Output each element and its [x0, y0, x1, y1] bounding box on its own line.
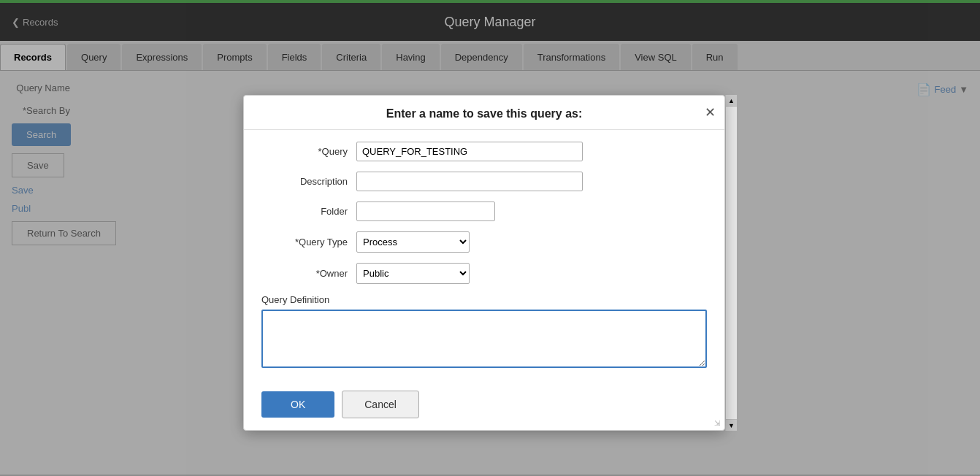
owner-field-row: *Owner Public Private [261, 263, 707, 284]
modal-overlay: Enter a name to save this query as: ✕ *Q… [0, 0, 980, 475]
modal-header: Enter a name to save this query as: ✕ [244, 96, 724, 130]
modal-body: *Query Description Folder *Query Type [244, 130, 724, 382]
scroll-down-button[interactable]: ▼ [726, 419, 737, 431]
ok-button[interactable]: OK [261, 391, 334, 418]
modal-dialog: Enter a name to save this query as: ✕ *Q… [243, 95, 725, 431]
cancel-button[interactable]: Cancel [342, 391, 419, 418]
query-input[interactable] [356, 142, 583, 161]
query-type-field-row: *Query Type Process Component Role [261, 231, 707, 253]
folder-input[interactable] [356, 201, 495, 221]
query-label: *Query [261, 146, 356, 157]
description-label: Description [261, 176, 356, 187]
query-definition-textarea[interactable] [261, 310, 707, 368]
query-type-select[interactable]: Process Component Role [356, 231, 470, 253]
query-type-label: *Query Type [261, 237, 356, 247]
folder-field-row: Folder [261, 201, 707, 221]
owner-select[interactable]: Public Private [356, 263, 470, 284]
scroll-track [726, 107, 737, 419]
modal-footer: OK Cancel [244, 382, 724, 430]
modal-scrollbar: ▲ ▼ [725, 95, 737, 431]
query-field-row: *Query [261, 142, 707, 161]
resize-handle[interactable]: ⇲ [714, 420, 723, 429]
description-input[interactable] [356, 172, 583, 191]
query-definition-section: Query Definition [261, 294, 707, 370]
query-definition-label: Query Definition [261, 294, 707, 305]
modal-title: Enter a name to save this query as: [386, 107, 583, 120]
modal-container: Enter a name to save this query as: ✕ *Q… [243, 95, 737, 431]
modal-close-button[interactable]: ✕ [705, 106, 716, 119]
owner-label: *Owner [261, 268, 356, 279]
folder-label: Folder [261, 206, 356, 217]
scroll-up-button[interactable]: ▲ [726, 95, 737, 107]
description-field-row: Description [261, 172, 707, 191]
